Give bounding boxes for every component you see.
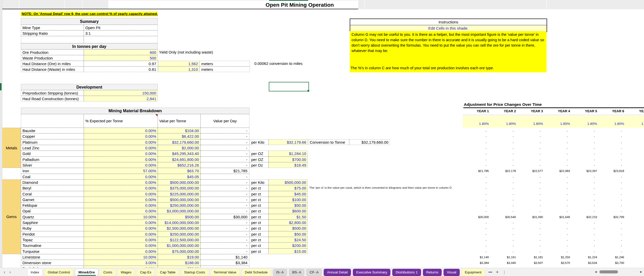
- selected-cell[interactable]: [269, 82, 309, 91]
- value-per-tonne-input[interactable]: $45,295,343.40: [158, 151, 200, 156]
- unit-price-input[interactable]: $600.00: [269, 208, 308, 214]
- value-per-tonne-input[interactable]: $2,500,000,000.00: [158, 225, 200, 231]
- unit-price-input[interactable]: $18.49: [269, 162, 308, 168]
- unit-price-input[interactable]: $75.00: [269, 185, 308, 191]
- haul-ore-meters-input[interactable]: 1,562: [158, 61, 199, 66]
- growth-rate-input[interactable]: 1.80%: [463, 122, 490, 127]
- value-per-tonne-input[interactable]: $14,000,000,000.00: [158, 220, 200, 225]
- value-per-tonne-input[interactable]: $188.00: [158, 260, 200, 265]
- sheet-tab-terminal-value[interactable]: Terminal Value: [210, 269, 240, 276]
- value-per-tonne-input[interactable]: $6,422.00: [158, 133, 200, 139]
- growth-rate-input[interactable]: 1.80%: [625, 122, 644, 127]
- unit-price-input[interactable]: $2,800.00: [269, 220, 308, 225]
- value-per-tonne-input[interactable]: $63.70: [158, 168, 200, 174]
- sheet-tab-equipment[interactable]: Equipment: [462, 269, 485, 276]
- value-per-tonne-input[interactable]: $500,000,000.00: [158, 179, 200, 185]
- hscroll-left-icon[interactable]: ◀: [595, 270, 597, 273]
- pct-expected-input[interactable]: 0.00%: [84, 128, 158, 133]
- sheet-tab-distributions-1[interactable]: Distributions 1: [392, 269, 421, 276]
- sheet-tab-wages[interactable]: Wages: [118, 269, 135, 276]
- unit-price-input[interactable]: $500.00: [269, 225, 308, 231]
- unit-price-input[interactable]: $45.00: [269, 191, 308, 197]
- hscroll-thumb[interactable]: [599, 270, 618, 273]
- pct-expected-input[interactable]: 0.00%: [84, 179, 158, 185]
- add-sheet-icon[interactable]: +: [496, 269, 499, 275]
- pct-expected-input[interactable]: 0.00%: [84, 243, 158, 248]
- value-per-tonne-input[interactable]: $122,500,000.00: [158, 237, 200, 243]
- growth-rate-input[interactable]: 1.80%: [517, 122, 544, 127]
- value-per-tonne-input[interactable]: $250,000,000.00: [158, 202, 200, 208]
- sheet-tab-cap-ex[interactable]: Cap Ex: [137, 269, 155, 276]
- unit-price-input[interactable]: $50.00: [269, 231, 308, 237]
- pct-expected-input[interactable]: 0.00%: [84, 208, 158, 214]
- pct-expected-input[interactable]: 0.00%: [84, 248, 158, 254]
- preproduction-stripping-input[interactable]: 150,000: [84, 90, 158, 96]
- pct-expected-input[interactable]: 0.00%: [84, 162, 158, 168]
- unit-price-input[interactable]: $24.50: [269, 237, 308, 243]
- unit-price-input[interactable]: $1,284.10: [269, 151, 308, 156]
- pct-expected-input[interactable]: 0.00%: [84, 220, 158, 225]
- value-per-tonne-input[interactable]: $24,691,800.00: [158, 157, 200, 162]
- waste-production-input[interactable]: 500: [84, 55, 158, 61]
- unit-price-input[interactable]: $50.00: [269, 202, 308, 208]
- sheet-tab-index[interactable]: Index: [27, 269, 43, 276]
- pct-expected-input[interactable]: 0.00%: [84, 139, 158, 145]
- unit-price-input[interactable]: $100.00: [269, 197, 308, 202]
- fill-handle[interactable]: [307, 90, 310, 92]
- tabs-scroll-left-icon[interactable]: ‹: [2, 270, 7, 275]
- pct-expected-input[interactable]: 10.00%: [84, 254, 158, 260]
- sheet-tab-executive-summary[interactable]: Executive Summary: [353, 269, 390, 276]
- more-tabs-icon[interactable]: •••: [488, 270, 492, 274]
- sheet-tab-mine-ore[interactable]: Mine&Ore: [75, 269, 98, 276]
- pct-expected-input[interactable]: 0.00%: [84, 191, 158, 197]
- sheet-tab-bs-a[interactable]: BS- A: [289, 269, 305, 276]
- tabs-scroll-right-icon[interactable]: ›: [7, 270, 13, 275]
- tab-menu-icon[interactable]: ⋮: [502, 270, 506, 275]
- value-per-tonne-input[interactable]: $45.05: [158, 174, 200, 179]
- pct-expected-input[interactable]: 3.00%: [84, 260, 158, 265]
- pct-expected-input[interactable]: 0.00%: [84, 145, 158, 151]
- unit-price-input[interactable]: $500,000.00: [269, 179, 308, 185]
- pct-expected-input[interactable]: 0.00%: [84, 197, 158, 202]
- sheet-tab-global-control[interactable]: Global Control: [44, 269, 73, 276]
- sheet-tab-annual-detail[interactable]: Annual Detail: [324, 269, 351, 276]
- value-per-tonne-input[interactable]: $3,000,000,000.00: [158, 208, 200, 214]
- unit-price-input[interactable]: $200.00: [269, 243, 308, 248]
- pct-expected-input[interactable]: 0.00%: [84, 174, 158, 179]
- growth-rate-input[interactable]: 1.80%: [598, 122, 625, 127]
- growth-rate-input[interactable]: 1.80%: [490, 122, 517, 127]
- stripping-ratio-value[interactable]: 3:1: [84, 30, 158, 36]
- pct-expected-input[interactable]: 0.00%: [84, 231, 158, 237]
- value-per-tonne-input[interactable]: $75,000,000.00: [158, 248, 200, 254]
- sheet-tab-is-a[interactable]: IS- A: [273, 269, 287, 276]
- growth-rate-input[interactable]: 1.80%: [544, 122, 571, 127]
- value-per-tonne-input[interactable]: $250,000,000.00: [158, 231, 200, 237]
- haul-road-construction-input[interactable]: 2,841: [84, 96, 158, 101]
- pct-expected-input[interactable]: 0.00%: [84, 157, 158, 162]
- growth-rate-input[interactable]: 1.80%: [571, 122, 598, 127]
- unit-price-input[interactable]: $1.50: [269, 214, 308, 220]
- value-per-tonne-input[interactable]: $500.00: [158, 214, 200, 220]
- sheet-tab-startup-costs[interactable]: Startup Costs: [181, 269, 208, 276]
- hscroll-right-icon[interactable]: ▶: [640, 270, 642, 273]
- sheet-tab-visual[interactable]: Visual: [444, 269, 460, 276]
- value-per-tonne-input[interactable]: $500,000,000.00: [158, 197, 200, 202]
- unit-price-input[interactable]: $15.00: [269, 248, 308, 254]
- pct-expected-input[interactable]: 10.00%: [84, 214, 158, 220]
- pct-expected-input[interactable]: 0.00%: [84, 185, 158, 191]
- sheet-tab-debt-schedule[interactable]: Debt Schedule: [241, 269, 271, 276]
- mine-type-value[interactable]: Open Pit: [84, 25, 158, 30]
- unit-price-input[interactable]: $32,179.66: [269, 139, 308, 145]
- value-per-tonne-input[interactable]: $19.00: [158, 254, 200, 260]
- value-per-tonne-input[interactable]: $2,000.00: [158, 145, 200, 151]
- value-per-tonne-input[interactable]: $32,179,660.00: [158, 139, 200, 145]
- ore-production-input[interactable]: 600: [84, 49, 158, 55]
- value-per-tonne-input[interactable]: $652,216.26: [158, 162, 200, 168]
- value-per-tonne-input[interactable]: $1,000,000,000.00: [158, 243, 200, 248]
- sheet-tab-cf-a[interactable]: CF- A: [306, 269, 322, 276]
- pct-expected-input[interactable]: 0.00%: [84, 133, 158, 139]
- haul-waste-meters-input[interactable]: 1,310: [158, 66, 199, 72]
- unit-price-input[interactable]: $700.00: [269, 157, 308, 162]
- sheet-tab-costs[interactable]: Costs: [100, 269, 116, 276]
- pct-expected-input[interactable]: 0.00%: [84, 202, 158, 208]
